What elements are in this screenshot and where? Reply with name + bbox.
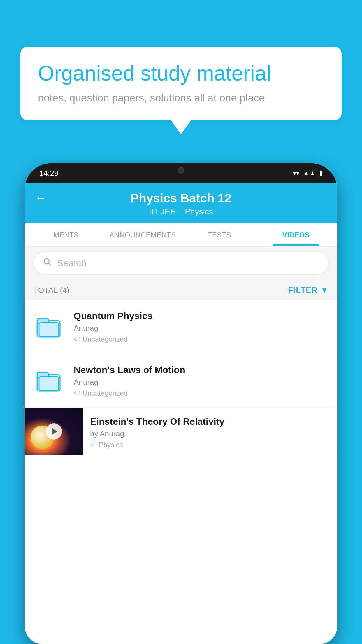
quantum-author: Anurag	[74, 324, 328, 333]
signal-icon: ▲▲	[303, 169, 316, 177]
tab-tests[interactable]: TESTS	[181, 223, 258, 246]
status-bar: 14:29 ▾▾ ▲▲ ▮	[25, 163, 337, 183]
newton-author: Anurag	[74, 378, 328, 387]
back-button[interactable]: ←	[35, 191, 47, 204]
einstein-thumbnail	[25, 408, 83, 455]
play-button[interactable]	[46, 423, 62, 440]
status-icons: ▾▾ ▲▲ ▮	[293, 169, 323, 177]
wifi-icon: ▾▾	[293, 169, 299, 177]
video-list: Quantum Physics Anurag 🏷 Uncategorized	[25, 300, 337, 457]
filter-icon: ▼	[321, 286, 328, 295]
tab-videos[interactable]: VIDEOS	[258, 223, 334, 246]
search-input[interactable]: Search	[57, 258, 87, 269]
quantum-info: Quantum Physics Anurag 🏷 Uncategorized	[74, 311, 328, 343]
tab-ments[interactable]: MENTS	[28, 223, 104, 246]
list-item[interactable]: Einstein's Theory Of Relativity by Anura…	[25, 408, 337, 457]
search-bar[interactable]: Search	[34, 252, 328, 274]
quantum-tag: 🏷 Uncategorized	[74, 335, 328, 343]
status-time: 14:29	[39, 169, 58, 178]
play-icon	[52, 428, 57, 435]
subject-tag-physics: Physics	[185, 207, 213, 216]
tab-bar: MENTS ANNOUNCEMENTS TESTS VIDEOS	[25, 223, 337, 246]
app-title: Physics Batch 12	[131, 191, 231, 205]
tag-icon: 🏷	[90, 441, 96, 449]
svg-line-1	[49, 263, 51, 265]
phone-frame: 14:29 ▾▾ ▲▲ ▮ ← Physics Batch 12 IIT JEE…	[25, 163, 337, 644]
tag-icon: 🏷	[74, 335, 80, 343]
newton-folder-icon	[34, 365, 66, 397]
tag-icon: 🏷	[74, 389, 80, 397]
quantum-title: Quantum Physics	[74, 311, 328, 321]
phone-notch	[164, 163, 198, 177]
front-camera	[178, 167, 184, 174]
speech-bubble: Organised study material notes, question…	[20, 47, 342, 120]
search-bar-container: Search	[25, 246, 337, 280]
einstein-author: by Anurag	[90, 429, 330, 438]
battery-icon: ▮	[319, 169, 323, 177]
phone-screen: ← Physics Batch 12 IIT JEE Physics MENTS…	[25, 183, 337, 644]
subject-tag-iitjee: IIT JEE	[149, 207, 175, 216]
svg-rect-7	[39, 377, 59, 390]
total-count: TOTAL (4)	[34, 286, 70, 295]
einstein-info: Einstein's Theory Of Relativity by Anura…	[83, 408, 337, 457]
svg-rect-4	[39, 323, 59, 336]
speech-bubble-subtitle: notes, question papers, solutions all at…	[38, 92, 324, 104]
list-item[interactable]: Newton's Laws of Motion Anurag 🏷 Uncateg…	[25, 354, 337, 408]
filter-button[interactable]: FILTER ▼	[288, 286, 328, 295]
einstein-tag: 🏷 Physics	[90, 441, 330, 449]
newton-title: Newton's Laws of Motion	[74, 365, 328, 375]
filter-bar: TOTAL (4) FILTER ▼	[25, 280, 337, 300]
quantum-folder-icon	[34, 311, 66, 343]
tab-announcements[interactable]: ANNOUNCEMENTS	[104, 223, 181, 246]
list-item[interactable]: Quantum Physics Anurag 🏷 Uncategorized	[25, 300, 337, 354]
einstein-title: Einstein's Theory Of Relativity	[90, 416, 330, 427]
app-header: ← Physics Batch 12 IIT JEE Physics	[25, 183, 337, 223]
speech-bubble-title: Organised study material	[38, 61, 324, 85]
app-subtitle: IIT JEE Physics	[149, 207, 213, 216]
newton-info: Newton's Laws of Motion Anurag 🏷 Uncateg…	[74, 365, 328, 397]
search-icon	[43, 257, 52, 269]
newton-tag: 🏷 Uncategorized	[74, 389, 328, 397]
